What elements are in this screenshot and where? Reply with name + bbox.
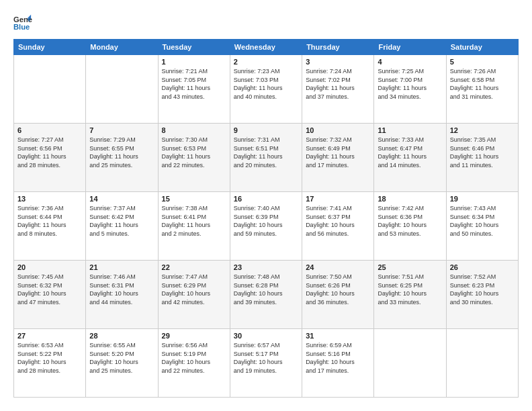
weekday-header-tuesday: Tuesday [158,40,230,55]
day-info: Sunrise: 7:23 AM Sunset: 7:03 PM Dayligh… [234,67,298,101]
day-number: 12 [450,126,515,134]
calendar-cell: 9Sunrise: 7:31 AM Sunset: 6:51 PM Daylig… [230,124,302,192]
calendar-cell: 23Sunrise: 7:48 AM Sunset: 6:28 PM Dayli… [230,261,302,329]
calendar-cell: 31Sunrise: 6:59 AM Sunset: 5:16 PM Dayli… [302,329,374,398]
calendar-cell: 7Sunrise: 7:29 AM Sunset: 6:55 PM Daylig… [86,124,158,192]
day-info: Sunrise: 7:48 AM Sunset: 6:28 PM Dayligh… [234,273,298,306]
day-number: 26 [450,263,515,271]
day-info: Sunrise: 7:37 AM Sunset: 6:42 PM Dayligh… [89,204,154,238]
day-number: 10 [306,126,370,134]
day-info: Sunrise: 7:29 AM Sunset: 6:55 PM Dayligh… [89,136,154,169]
calendar-cell [14,55,86,124]
day-info: Sunrise: 7:43 AM Sunset: 6:34 PM Dayligh… [450,204,515,238]
day-info: Sunrise: 7:50 AM Sunset: 6:26 PM Dayligh… [306,273,370,306]
day-number: 31 [306,332,370,340]
day-info: Sunrise: 7:36 AM Sunset: 6:44 PM Dayligh… [17,204,82,238]
day-info: Sunrise: 7:30 AM Sunset: 6:53 PM Dayligh… [162,136,226,169]
day-info: Sunrise: 7:33 AM Sunset: 6:47 PM Dayligh… [378,136,442,169]
week-row-5: 27Sunrise: 6:53 AM Sunset: 5:22 PM Dayli… [14,329,519,398]
day-info: Sunrise: 7:27 AM Sunset: 6:56 PM Dayligh… [17,136,82,169]
day-number: 25 [378,263,442,271]
day-info: Sunrise: 7:51 AM Sunset: 6:25 PM Dayligh… [378,273,442,306]
day-info: Sunrise: 7:41 AM Sunset: 6:37 PM Dayligh… [306,204,370,238]
weekday-header-sunday: Sunday [14,40,86,55]
header: General Blue [13,13,519,32]
week-row-1: 1Sunrise: 7:21 AM Sunset: 7:05 PM Daylig… [14,55,519,124]
day-number: 1 [162,58,226,66]
day-number: 17 [306,195,370,203]
calendar-cell: 1Sunrise: 7:21 AM Sunset: 7:05 PM Daylig… [158,55,230,124]
day-number: 4 [378,58,442,66]
day-number: 13 [17,195,82,203]
day-info: Sunrise: 7:42 AM Sunset: 6:36 PM Dayligh… [378,204,442,238]
calendar-cell [86,55,158,124]
logo-icon: General Blue [13,13,32,32]
weekday-header-saturday: Saturday [446,40,518,55]
day-info: Sunrise: 6:55 AM Sunset: 5:20 PM Dayligh… [89,341,154,375]
day-number: 3 [306,58,370,66]
week-row-3: 13Sunrise: 7:36 AM Sunset: 6:44 PM Dayli… [14,192,519,261]
calendar-cell: 18Sunrise: 7:42 AM Sunset: 6:36 PM Dayli… [374,192,446,261]
day-number: 24 [306,263,370,271]
day-info: Sunrise: 7:25 AM Sunset: 7:00 PM Dayligh… [378,67,442,101]
day-number: 27 [17,332,82,340]
day-info: Sunrise: 7:32 AM Sunset: 6:49 PM Dayligh… [306,136,370,169]
day-info: Sunrise: 7:21 AM Sunset: 7:05 PM Dayligh… [162,67,226,101]
calendar-table: SundayMondayTuesdayWednesdayThursdayFrid… [13,39,519,398]
day-number: 28 [89,332,154,340]
day-number: 8 [162,126,226,134]
calendar-cell: 15Sunrise: 7:38 AM Sunset: 6:41 PM Dayli… [158,192,230,261]
day-info: Sunrise: 7:35 AM Sunset: 6:46 PM Dayligh… [450,136,515,169]
day-info: Sunrise: 7:46 AM Sunset: 6:31 PM Dayligh… [89,273,154,306]
calendar-cell: 26Sunrise: 7:52 AM Sunset: 6:23 PM Dayli… [446,261,518,329]
calendar-cell: 11Sunrise: 7:33 AM Sunset: 6:47 PM Dayli… [374,124,446,192]
calendar-cell: 27Sunrise: 6:53 AM Sunset: 5:22 PM Dayli… [14,329,86,398]
day-number: 20 [17,263,82,271]
day-number: 2 [234,58,298,66]
calendar-cell: 10Sunrise: 7:32 AM Sunset: 6:49 PM Dayli… [302,124,374,192]
weekday-header-wednesday: Wednesday [230,40,302,55]
calendar-cell: 30Sunrise: 6:57 AM Sunset: 5:17 PM Dayli… [230,329,302,398]
calendar-cell: 22Sunrise: 7:47 AM Sunset: 6:29 PM Dayli… [158,261,230,329]
calendar-cell: 4Sunrise: 7:25 AM Sunset: 7:00 PM Daylig… [374,55,446,124]
calendar-cell: 12Sunrise: 7:35 AM Sunset: 6:46 PM Dayli… [446,124,518,192]
day-number: 16 [234,195,298,203]
calendar-cell: 28Sunrise: 6:55 AM Sunset: 5:20 PM Dayli… [86,329,158,398]
calendar-cell: 24Sunrise: 7:50 AM Sunset: 6:26 PM Dayli… [302,261,374,329]
calendar-cell: 21Sunrise: 7:46 AM Sunset: 6:31 PM Dayli… [86,261,158,329]
weekday-header-friday: Friday [374,40,446,55]
svg-text:Blue: Blue [13,23,30,31]
day-number: 22 [162,263,226,271]
day-info: Sunrise: 7:31 AM Sunset: 6:51 PM Dayligh… [234,136,298,169]
calendar-cell: 6Sunrise: 7:27 AM Sunset: 6:56 PM Daylig… [14,124,86,192]
page: General Blue SundayMondayTuesdayWednesda… [0,0,532,411]
calendar-cell: 5Sunrise: 7:26 AM Sunset: 6:58 PM Daylig… [446,55,518,124]
day-number: 14 [89,195,154,203]
calendar-cell: 14Sunrise: 7:37 AM Sunset: 6:42 PM Dayli… [86,192,158,261]
week-row-4: 20Sunrise: 7:45 AM Sunset: 6:32 PM Dayli… [14,261,519,329]
calendar-cell: 3Sunrise: 7:24 AM Sunset: 7:02 PM Daylig… [302,55,374,124]
week-row-2: 6Sunrise: 7:27 AM Sunset: 6:56 PM Daylig… [14,124,519,192]
calendar-cell: 25Sunrise: 7:51 AM Sunset: 6:25 PM Dayli… [374,261,446,329]
calendar-cell: 17Sunrise: 7:41 AM Sunset: 6:37 PM Dayli… [302,192,374,261]
day-info: Sunrise: 7:47 AM Sunset: 6:29 PM Dayligh… [162,273,226,306]
day-info: Sunrise: 7:40 AM Sunset: 6:39 PM Dayligh… [234,204,298,238]
weekday-header-monday: Monday [86,40,158,55]
logo: General Blue [13,13,35,32]
day-info: Sunrise: 7:52 AM Sunset: 6:23 PM Dayligh… [450,273,515,306]
day-number: 7 [89,126,154,134]
day-number: 6 [17,126,82,134]
calendar-cell [374,329,446,398]
day-number: 23 [234,263,298,271]
day-number: 29 [162,332,226,340]
calendar-cell: 16Sunrise: 7:40 AM Sunset: 6:39 PM Dayli… [230,192,302,261]
calendar-cell: 19Sunrise: 7:43 AM Sunset: 6:34 PM Dayli… [446,192,518,261]
calendar-cell: 20Sunrise: 7:45 AM Sunset: 6:32 PM Dayli… [14,261,86,329]
day-number: 21 [89,263,154,271]
day-number: 5 [450,58,515,66]
day-info: Sunrise: 6:53 AM Sunset: 5:22 PM Dayligh… [17,341,82,375]
weekday-header-row: SundayMondayTuesdayWednesdayThursdayFrid… [14,40,519,55]
day-number: 15 [162,195,226,203]
calendar-cell [446,329,518,398]
calendar-cell: 2Sunrise: 7:23 AM Sunset: 7:03 PM Daylig… [230,55,302,124]
